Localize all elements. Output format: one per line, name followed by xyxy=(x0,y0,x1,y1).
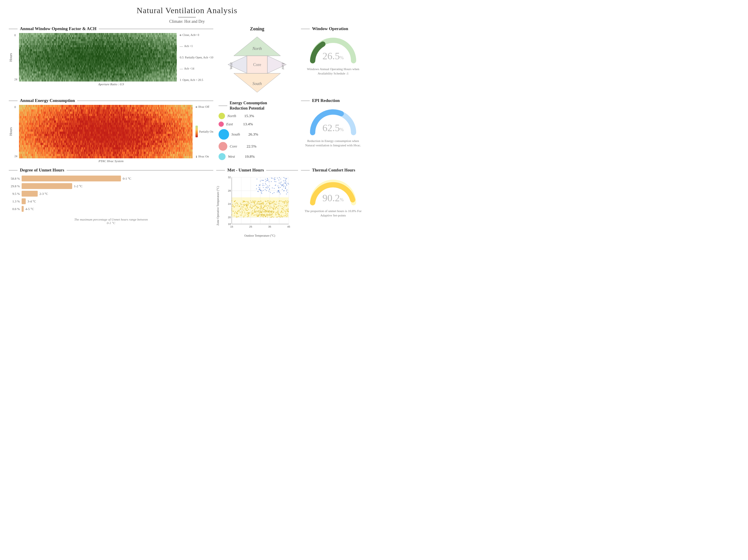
title-line-right xyxy=(99,29,213,29)
legend-label-2: Partially Open, Ach <10 xyxy=(185,56,213,59)
ecp-bubble-north xyxy=(218,113,225,119)
svg-text:West: West xyxy=(229,63,233,70)
thermal-gauge: 90.2% The proportion of unmet hours is 1… xyxy=(301,175,365,218)
bar-range-1: 1-2 °C xyxy=(74,184,83,188)
thermal-gauge-svg: 90.2% xyxy=(307,175,359,207)
ecp-zone-west: West xyxy=(228,154,242,159)
ecp-item-west: West 19.8% xyxy=(218,153,296,160)
header-divider xyxy=(178,17,196,18)
met-unmet-title-wrap: Met - Unmet Hours xyxy=(216,168,298,173)
svg-text:East: East xyxy=(281,62,285,70)
scatter-canvas xyxy=(221,174,291,233)
window-opening-title: Annual Window Opening Factor & ACH xyxy=(20,26,96,31)
ecp-bubble-south xyxy=(218,129,229,140)
bar-range-2: 2-3 °C xyxy=(40,192,48,195)
ecp-item-east: East 13.4% xyxy=(218,121,296,127)
energy-heatmap xyxy=(19,105,192,158)
legend-item-2: 0.5 Partially Open, Ach <10 xyxy=(180,55,213,59)
window-opening-heatmap xyxy=(19,33,177,81)
title-line-met-r xyxy=(266,170,298,170)
bar-pct-0: 58.8 % xyxy=(9,177,20,180)
energy-section: Annual Energy Consumption Hours 0 24 o H… xyxy=(9,98,213,165)
legend-item-3: — Ach <14 xyxy=(180,67,213,70)
bar-range-3: 3-4 °C xyxy=(27,200,36,203)
scatter-wrap: Zone Operative Temperature (°C) Outdoor … xyxy=(216,174,298,237)
zoning-section: Zoning North South West East Core xyxy=(216,26,298,95)
y-tick-24: 24 xyxy=(14,78,17,81)
title-line-unmet xyxy=(9,170,18,170)
climate-subtitle: Climate: Hot and Dry xyxy=(9,19,365,24)
ecp-pct-core: 22.5% xyxy=(247,144,257,149)
main-grid: Annual Window Opening Factor & ACH Hours… xyxy=(9,26,365,237)
y-tick-0: 0 xyxy=(14,33,17,37)
bar-2 xyxy=(22,191,38,196)
legend-item-4: 1 Open, Ach < 20.5 xyxy=(180,78,213,81)
legend-item-1: — Ach <1 xyxy=(180,44,213,48)
title-line-ecp xyxy=(218,106,227,106)
window-op-gauge: 26.5% Windows Annual Operating Hours whe… xyxy=(301,33,365,76)
zoning-diagram: North South West East Core xyxy=(225,34,289,95)
title-line-met xyxy=(216,170,225,170)
window-opening-section: Annual Window Opening Factor & ACH Hours… xyxy=(9,26,213,95)
energy-y-tick-24: 24 xyxy=(14,155,17,158)
ecp-pct-east: 13.4% xyxy=(243,122,253,126)
zoning-title: Zoning xyxy=(250,26,264,31)
heatmap-legend-1: o Close, Ach= 0 — Ach <1 0.5 Partially O… xyxy=(180,33,213,81)
title-line-energy-r xyxy=(77,100,213,101)
title-line-unmet-r xyxy=(67,170,213,170)
energy-legend-item-1: Partially On xyxy=(195,125,213,137)
svg-text:Core: Core xyxy=(253,63,261,67)
energy-legend-2: Hvac On xyxy=(198,155,209,158)
window-op-title-wrap: Window Operation xyxy=(301,26,365,31)
bar-pct-1: 29.8 % xyxy=(9,184,20,188)
legend-label-4: Open, Ach < 20.5 xyxy=(182,78,203,81)
thermal-title: Thermal Comfort Hours xyxy=(312,168,355,173)
bar-range-0: 0-1 °C xyxy=(123,177,131,180)
ecp-zone-north: North xyxy=(227,114,242,118)
ecp-pct-south: 26.3% xyxy=(248,132,258,137)
bar-row-3: 1.3 % 3-4 °C xyxy=(9,199,213,204)
epi-desc: Reduction in Energy consumption when Nat… xyxy=(304,139,362,148)
title-line-left xyxy=(9,29,18,29)
bar-3 xyxy=(22,199,26,204)
energy-legend-1: Partially On xyxy=(199,130,213,133)
ecp-bubble-west xyxy=(218,153,226,160)
page-container: Natural Ventilation Analysis Climate: Ho… xyxy=(0,0,374,243)
window-op-gauge-svg: 26.5% xyxy=(307,33,359,65)
ecp-items: North 15.3% East 13.4% South 26.3% Core … xyxy=(218,113,296,160)
scatter-inner: Outdoor Temperature (°C) xyxy=(221,174,298,237)
unmet-title: Degree of Unmet Hours xyxy=(20,168,64,173)
bar-chart: 58.8 % 0-1 °C 29.8 % 1-2 °C 9.5 % 2-3 °C… xyxy=(9,174,213,215)
ecp-bubble-core xyxy=(218,142,227,151)
ecp-item-south: South 26.3% xyxy=(218,129,296,140)
svg-text:62.5%: 62.5% xyxy=(323,122,344,133)
title-line-epi xyxy=(301,100,310,101)
svg-text:South: South xyxy=(253,81,262,86)
bar-pct-2: 9.5 % xyxy=(9,192,20,195)
ecp-zone-south: South xyxy=(231,132,246,137)
energy-footnote: PTAC Hvac System xyxy=(9,159,213,163)
bar-range-4: 4-5 °C xyxy=(25,207,34,211)
ecp-zone-east: East xyxy=(226,122,241,126)
page-title: Natural Ventilation Analysis xyxy=(9,6,365,15)
ecp-zone-core: Core xyxy=(230,144,244,149)
legend-item-0: o Close, Ach= 0 xyxy=(180,33,213,37)
bar-0 xyxy=(22,176,121,181)
legend-label-1: Ach <1 xyxy=(184,44,193,48)
legend-label-0: Close, Ach= 0 xyxy=(182,33,199,37)
ecp-title: Energy ConsumptionReduction Potential xyxy=(230,100,267,111)
bar-row-1: 29.8 % 1-2 °C xyxy=(9,183,213,189)
svg-text:26.5%: 26.5% xyxy=(323,50,344,61)
energy-legend-item-2: 1 Hvac On xyxy=(195,155,213,158)
heatmap-wrap-1: Hours 0 24 o Close, Ach= 0 — Ach <1 xyxy=(9,33,213,81)
bar-1 xyxy=(22,183,72,189)
met-unmet-title: Met - Unmet Hours xyxy=(227,168,264,173)
energy-y-tick-0: 0 xyxy=(14,106,17,109)
ecp-item-north: North 15.3% xyxy=(218,113,296,119)
title-line-energy xyxy=(9,100,18,101)
energy-legend-item-0: o Hvac Off xyxy=(195,105,213,108)
legend-label-3: Ach <14 xyxy=(184,67,194,70)
epi-section: EPI Reduction 62.5% Reduction in Energy … xyxy=(301,98,365,165)
bar-pct-4: 0.6 % xyxy=(9,207,20,211)
epi-title: EPI Reduction xyxy=(312,98,340,103)
